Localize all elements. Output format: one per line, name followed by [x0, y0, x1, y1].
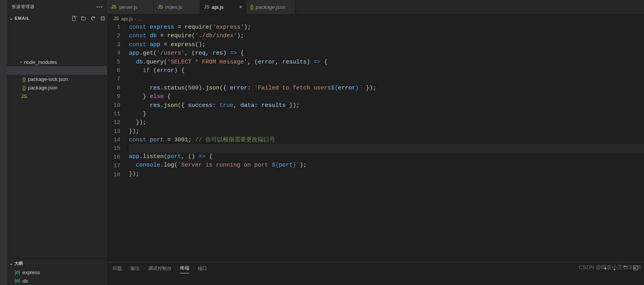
- line-number: 4: [107, 49, 120, 58]
- tree-item-label: node_modules: [24, 59, 57, 65]
- breadcrumb-rest: ...: [138, 16, 142, 22]
- line-number: 3: [107, 41, 120, 49]
- activity-bar[interactable]: [0, 0, 7, 285]
- code-line[interactable]: const db = require('./db/index');: [129, 32, 644, 40]
- new-terminal-icon[interactable]: +: [604, 265, 607, 271]
- line-number: 5: [107, 58, 120, 67]
- line-number: 10: [107, 101, 120, 110]
- tab-label: index.js: [165, 4, 182, 10]
- editor[interactable]: 123456789101112131415161718 const expres…: [107, 23, 644, 262]
- tab-index-js[interactable]: JSindex.js×: [154, 0, 200, 14]
- sidebar: 资源管理器 ⋯ ⌄ EMAIL ..›node_modules{}package…: [7, 0, 107, 285]
- bottom-panel: 问题输出调试控制台终端端口 + ⌄: [107, 262, 644, 285]
- code-line[interactable]: }: [129, 110, 644, 118]
- code-line[interactable]: res.status(500).json({ error: `Failed to…: [129, 84, 644, 93]
- code-line[interactable]: [129, 144, 644, 153]
- tree-item[interactable]: ›node_modules: [7, 58, 107, 66]
- tab-label: api.js: [212, 4, 223, 10]
- tab-server-js[interactable]: JSserver.js×: [107, 0, 154, 14]
- tree-item[interactable]: JS: [7, 92, 107, 100]
- code-line[interactable]: } else {: [129, 93, 644, 101]
- file-icon: JS: [158, 4, 163, 10]
- line-number: 6: [107, 67, 120, 75]
- code-line[interactable]: db.query('SELECT * FROM message', (error…: [129, 58, 644, 67]
- breadcrumb[interactable]: JS api.js › ...: [107, 14, 644, 23]
- folder-header[interactable]: ⌄ EMAIL: [7, 14, 107, 23]
- tree-item[interactable]: [7, 66, 107, 75]
- outline-section: ⌄ 大纲 [ᴏ]express[ᴏ]db: [7, 258, 107, 285]
- icon-json-icon: {}: [20, 76, 28, 82]
- main-area: JSserver.js×JSindex.js×JSapi.js×{}packag…: [107, 0, 644, 285]
- dropdown-icon[interactable]: ⌄: [612, 265, 617, 271]
- tree-item[interactable]: {}package.json: [7, 83, 107, 92]
- collapse-icon[interactable]: [100, 15, 106, 21]
- tab-api-js[interactable]: JSapi.js×: [200, 0, 247, 14]
- outline-header[interactable]: ⌄ 大纲: [7, 259, 107, 268]
- code-line[interactable]: [129, 75, 644, 84]
- chevron-right-icon: ›: [18, 59, 24, 65]
- file-icon: JS: [204, 4, 209, 10]
- panel-tab-2[interactable]: 调试控制台: [148, 264, 171, 273]
- code-area[interactable]: const express = require('express');const…: [129, 23, 644, 262]
- line-number: 7: [107, 75, 120, 84]
- outline-item[interactable]: [ᴏ]db: [7, 276, 107, 285]
- more-icon[interactable]: ⋯: [96, 3, 103, 10]
- outline-items: [ᴏ]express[ᴏ]db: [7, 268, 107, 285]
- line-number: 9: [107, 93, 120, 101]
- code-line[interactable]: });: [129, 118, 644, 127]
- panel-tab-4[interactable]: 端口: [198, 264, 207, 273]
- tab-label: package.json: [256, 4, 286, 10]
- line-number: 11: [107, 110, 120, 118]
- tree-item-label: ..: [20, 34, 23, 39]
- breadcrumb-file: api.js: [121, 16, 133, 22]
- code-line[interactable]: const app = express();: [129, 41, 644, 49]
- code-line[interactable]: const express = require('express');: [129, 23, 644, 32]
- line-number: 13: [107, 127, 120, 136]
- tab-package-json[interactable]: {}package.json×: [247, 0, 295, 14]
- code-line[interactable]: });: [129, 170, 644, 179]
- line-number: 8: [107, 84, 120, 93]
- run-terminal-icon[interactable]: [633, 265, 639, 271]
- code-line[interactable]: app.get('/users', (req, res) => {: [129, 49, 644, 58]
- tab-label: server.js: [119, 4, 137, 10]
- new-folder-icon[interactable]: [80, 15, 86, 21]
- line-number: 14: [107, 136, 120, 144]
- code-line[interactable]: app.listen(port, () => {: [129, 153, 644, 161]
- code-line[interactable]: const port = 3001; // 你可以根据需要更改端口号: [129, 136, 644, 144]
- tree-item[interactable]: [7, 24, 107, 32]
- panel-actions: + ⌄: [604, 265, 639, 271]
- tree-item-label: package.json: [28, 85, 58, 91]
- close-icon[interactable]: ×: [239, 4, 242, 10]
- variable-icon: [ᴏ]: [15, 278, 20, 283]
- panel-tab-1[interactable]: 输出: [130, 264, 140, 273]
- tree-item[interactable]: {}package-lock.json: [7, 75, 107, 83]
- tree-item-label: package-lock.json: [28, 76, 68, 82]
- panel-body[interactable]: [107, 275, 644, 285]
- code-line[interactable]: console.log(`Server is running on port $…: [129, 161, 644, 170]
- folder-actions: [71, 15, 106, 21]
- icon-js-icon: JS: [20, 93, 28, 99]
- line-number: 16: [107, 153, 120, 162]
- maximize-icon[interactable]: [622, 265, 628, 271]
- folder-name: EMAIL: [15, 16, 71, 21]
- tree-item[interactable]: ..: [7, 32, 107, 41]
- panel-tabs: 问题输出调试控制台终端端口 + ⌄: [107, 262, 644, 275]
- panel-tab-0[interactable]: 问题: [113, 264, 122, 273]
- file-tree: ..›node_modules{}package-lock.json{}pack…: [7, 23, 107, 258]
- code-line[interactable]: });: [129, 127, 644, 136]
- line-number: 17: [107, 162, 120, 170]
- new-file-icon[interactable]: [71, 15, 77, 21]
- variable-icon: [ᴏ]: [15, 270, 20, 275]
- code-line[interactable]: res.json({ success: true, data: results …: [129, 101, 644, 110]
- line-number: 15: [107, 144, 120, 153]
- code-line[interactable]: if (error) {: [129, 67, 644, 75]
- refresh-icon[interactable]: [90, 15, 96, 21]
- outline-item[interactable]: [ᴏ]express: [7, 268, 107, 276]
- chevron-down-icon: ⌄: [9, 261, 13, 266]
- panel-tab-3[interactable]: 终端: [180, 263, 189, 273]
- chevron-down-icon: ⌄: [9, 15, 13, 21]
- outline-item-label: express: [22, 270, 40, 275]
- tree-item[interactable]: [7, 49, 107, 58]
- line-number: 18: [107, 171, 120, 179]
- tree-item[interactable]: [7, 41, 107, 49]
